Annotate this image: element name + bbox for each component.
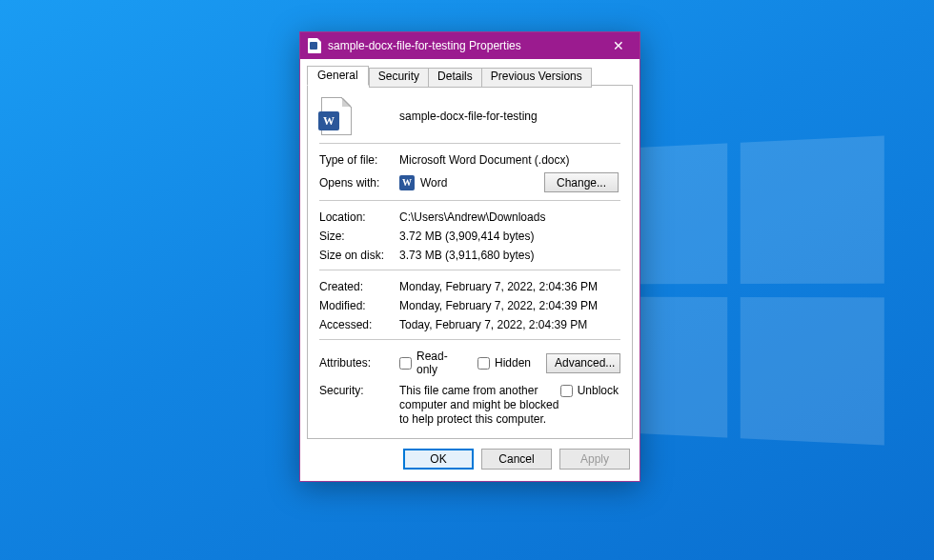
label-created: Created: — [319, 280, 399, 293]
change-button[interactable]: Change... — [544, 172, 619, 192]
value-location: C:\Users\Andrew\Downloads — [399, 210, 545, 224]
word-app-icon: W — [399, 175, 415, 190]
separator — [319, 143, 620, 144]
value-size-on-disk: 3.73 MB (3,911,680 bytes) — [399, 249, 534, 262]
value-modified: Monday, February 7, 2022, 2:04:39 PM — [399, 299, 598, 312]
value-opens-with: Word — [420, 176, 447, 190]
label-modified: Modified: — [319, 299, 399, 312]
value-security-text: This file came from another computer and… — [399, 384, 560, 427]
tab-security[interactable]: Security — [369, 68, 429, 88]
separator — [319, 270, 620, 270]
docx-file-icon — [308, 38, 321, 53]
label-opens-with: Opens with: — [319, 176, 399, 190]
hidden-checkbox-input[interactable] — [477, 357, 490, 370]
tab-details[interactable]: Details — [429, 68, 482, 88]
hidden-checkbox[interactable]: Hidden — [477, 356, 531, 370]
window-title: sample-docx-file-for-testing Properties — [328, 39, 598, 52]
word-badge-icon: W — [318, 111, 339, 130]
value-accessed: Today, February 7, 2022, 2:04:39 PM — [399, 318, 587, 331]
label-location: Location: — [319, 210, 399, 224]
titlebar[interactable]: sample-docx-file-for-testing Properties … — [300, 32, 640, 59]
readonly-label: Read-only — [416, 350, 462, 376]
ok-button[interactable]: OK — [403, 449, 474, 470]
label-security: Security: — [319, 384, 399, 397]
label-size-on-disk: Size on disk: — [319, 249, 399, 262]
value-created: Monday, February 7, 2022, 2:04:36 PM — [399, 280, 598, 293]
label-type: Type of file: — [319, 153, 399, 167]
dialog-button-row: OK Cancel Apply — [300, 439, 640, 481]
advanced-button[interactable]: Advanced... — [546, 353, 620, 373]
label-attributes: Attributes: — [319, 356, 399, 370]
tab-general[interactable]: General — [307, 66, 369, 86]
hidden-label: Hidden — [495, 356, 531, 370]
unblock-checkbox[interactable]: Unblock — [560, 384, 619, 397]
file-type-icon: W — [321, 97, 352, 135]
separator — [319, 339, 620, 340]
readonly-checkbox[interactable]: Read-only — [399, 350, 462, 376]
unblock-label: Unblock — [578, 384, 619, 397]
label-size: Size: — [319, 230, 399, 243]
file-name-field[interactable]: sample-docx-file-for-testing — [399, 110, 538, 123]
cancel-button[interactable]: Cancel — [481, 449, 552, 470]
apply-button[interactable]: Apply — [559, 449, 630, 470]
tab-previous-versions[interactable]: Previous Versions — [482, 68, 592, 88]
value-type: Microsoft Word Document (.docx) — [399, 153, 570, 167]
properties-dialog: sample-docx-file-for-testing Properties … — [299, 31, 640, 482]
close-button[interactable]: ✕ — [598, 32, 640, 59]
close-icon: ✕ — [613, 38, 624, 53]
tab-strip: General Security Details Previous Versio… — [307, 66, 633, 86]
separator — [319, 200, 620, 201]
value-size: 3.72 MB (3,909,414 bytes) — [399, 230, 534, 243]
readonly-checkbox-input[interactable] — [399, 357, 412, 370]
general-panel: W sample-docx-file-for-testing Type of f… — [307, 85, 633, 439]
label-accessed: Accessed: — [319, 318, 399, 331]
unblock-checkbox-input[interactable] — [560, 385, 573, 397]
